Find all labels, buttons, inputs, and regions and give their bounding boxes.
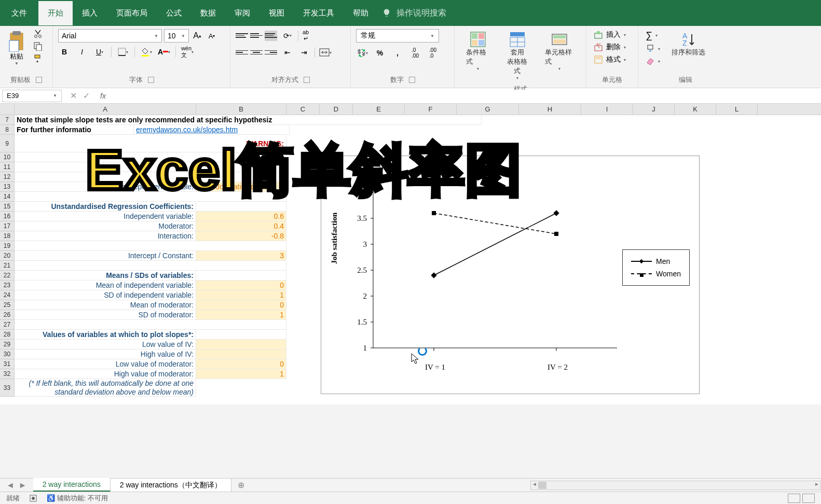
- clipboard-dialog-launcher[interactable]: [36, 77, 42, 83]
- cell[interactable]: [196, 349, 286, 359]
- row-header[interactable]: 7: [0, 115, 15, 125]
- decrease-font-icon[interactable]: A▾: [206, 30, 218, 42]
- percent-button[interactable]: %: [374, 47, 386, 59]
- align-middle-icon[interactable]: [250, 31, 263, 41]
- cell[interactable]: Mean of independent variable:: [15, 281, 196, 290]
- row-header[interactable]: 11: [0, 162, 15, 172]
- row-header[interactable]: 31: [0, 359, 15, 369]
- row-header[interactable]: 32: [0, 369, 15, 379]
- page-layout-view-button[interactable]: [802, 494, 815, 503]
- row-header[interactable]: 8: [0, 125, 15, 135]
- col-header-A[interactable]: A: [15, 104, 196, 115]
- row-header[interactable]: 30: [0, 349, 15, 359]
- col-header-E[interactable]: E: [353, 104, 405, 115]
- cell[interactable]: (* If left blank, this will automaticall…: [15, 379, 196, 397]
- underline-button[interactable]: U ▾: [93, 46, 106, 58]
- align-center-icon[interactable]: [250, 47, 263, 58]
- decrease-indent-icon[interactable]: ⇤: [281, 46, 294, 59]
- cell[interactable]: 3: [196, 251, 286, 261]
- tab-help[interactable]: 帮助: [344, 1, 378, 25]
- delete-cells-button[interactable]: 删除 ▾: [592, 41, 628, 53]
- conditional-format-button[interactable]: 条件格式▾: [460, 29, 496, 73]
- cell[interactable]: Mean of moderator:: [15, 300, 196, 310]
- phonetic-button[interactable]: wén文 ▾: [181, 46, 194, 58]
- tab-formulas[interactable]: 公式: [157, 1, 191, 25]
- tab-insert[interactable]: 插入: [73, 1, 107, 25]
- tab-data[interactable]: 数据: [191, 1, 225, 25]
- row-header[interactable]: 12: [0, 172, 15, 182]
- cell[interactable]: High value of IV:: [15, 349, 196, 359]
- format-table-button[interactable]: 套用 表格格式▾: [499, 29, 536, 82]
- row-header[interactable]: 25: [0, 300, 15, 310]
- merge-button[interactable]: ▾: [319, 46, 332, 59]
- row-header[interactable]: 20: [0, 251, 15, 261]
- cell[interactable]: [196, 330, 286, 340]
- italic-button[interactable]: I: [76, 46, 88, 58]
- cell[interactable]: [15, 320, 286, 330]
- orientation-button[interactable]: ⟳ ▾: [281, 30, 294, 42]
- cell[interactable]: Values of variables at which to plot slo…: [15, 330, 196, 340]
- cell[interactable]: Moderator:: [15, 221, 196, 231]
- cut-icon[interactable]: [33, 29, 43, 38]
- sheet-tab-1[interactable]: 2 way interactions: [33, 478, 111, 492]
- paste-button[interactable]: 粘贴 ▼: [5, 29, 28, 68]
- cell[interactable]: 1: [196, 290, 286, 300]
- decrease-decimal-icon[interactable]: .00.0: [427, 47, 439, 59]
- comma-button[interactable]: ,: [391, 47, 404, 59]
- cell[interactable]: Note that simple slope tests are only re…: [15, 115, 482, 125]
- increase-decimal-icon[interactable]: .0.00: [409, 47, 421, 59]
- row-header[interactable]: 18: [0, 231, 15, 241]
- tab-home[interactable]: 开始: [38, 1, 73, 25]
- row-header[interactable]: 14: [0, 192, 15, 202]
- macro-record-icon[interactable]: [29, 494, 37, 502]
- cell[interactable]: -0.8: [196, 231, 286, 241]
- tab-developer[interactable]: 开发工具: [294, 1, 344, 25]
- sheet-tab-2[interactable]: 2 way interactions（中文翻译）: [111, 479, 231, 492]
- font-name-select[interactable]: Arial▼: [58, 29, 162, 43]
- cell[interactable]: Intercept / Constant:: [15, 251, 196, 261]
- format-cells-button[interactable]: 格式 ▾: [592, 54, 628, 65]
- sort-filter-button[interactable]: AZ 排序和筛选: [665, 29, 711, 59]
- cancel-formula-icon[interactable]: ✕: [70, 91, 77, 101]
- cell[interactable]: [196, 340, 286, 349]
- cell[interactable]: High value of moderator:: [15, 369, 196, 379]
- align-left-icon[interactable]: [236, 47, 248, 58]
- tab-nav-prev-icon[interactable]: ◄: [6, 481, 15, 490]
- row-header[interactable]: 28: [0, 330, 15, 340]
- copy-icon[interactable]: [33, 41, 43, 51]
- tab-review[interactable]: 审阅: [225, 1, 259, 25]
- align-top-icon[interactable]: [236, 31, 248, 41]
- fx-icon[interactable]: fx: [96, 92, 110, 100]
- tell-me-search[interactable]: 操作说明搜索: [382, 8, 446, 19]
- cell[interactable]: 0.4: [196, 221, 286, 231]
- row-header[interactable]: 13: [0, 182, 15, 192]
- bold-button[interactable]: B: [58, 46, 71, 58]
- insert-cells-button[interactable]: 插入 ▾: [592, 29, 628, 40]
- cell[interactable]: Means / SDs of variables:: [15, 271, 196, 281]
- align-bottom-icon[interactable]: [265, 31, 277, 41]
- cell[interactable]: SD of independent variable:: [15, 290, 196, 300]
- row-header[interactable]: 24: [0, 290, 15, 300]
- row-header[interactable]: 19: [0, 241, 15, 251]
- cell[interactable]: [196, 271, 286, 281]
- font-color-button[interactable]: A ▾: [158, 46, 170, 58]
- increase-font-icon[interactable]: A▴: [191, 30, 203, 42]
- formula-input[interactable]: [110, 90, 821, 102]
- row-header[interactable]: 26: [0, 310, 15, 320]
- font-dialog-launcher[interactable]: [148, 77, 154, 83]
- tab-file[interactable]: 文件: [0, 1, 38, 25]
- cell[interactable]: 0: [196, 300, 286, 310]
- autosum-button[interactable]: ∑ ▾: [644, 29, 662, 42]
- col-header-I[interactable]: I: [581, 104, 633, 115]
- cell[interactable]: Low value of IV:: [15, 340, 196, 349]
- horizontal-scrollbar[interactable]: ◄ ►: [530, 481, 821, 490]
- clear-button[interactable]: ▾: [644, 55, 662, 67]
- row-header[interactable]: 15: [0, 202, 15, 212]
- wrap-text-button[interactable]: ab↵: [303, 29, 309, 42]
- col-header-D[interactable]: D: [320, 104, 353, 115]
- number-dialog-launcher[interactable]: [409, 77, 415, 83]
- fill-button[interactable]: ▾: [644, 43, 662, 54]
- col-header-K[interactable]: K: [675, 104, 716, 115]
- cell[interactable]: 1: [196, 369, 286, 379]
- row-header[interactable]: 29: [0, 340, 15, 349]
